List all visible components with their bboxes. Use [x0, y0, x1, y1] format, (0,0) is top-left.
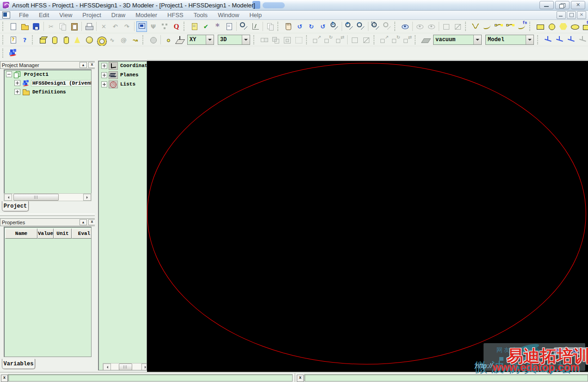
rotate-axis-icon[interactable]: [318, 21, 328, 32]
expand-expander-icon[interactable]: [101, 63, 107, 69]
validate-doc-icon[interactable]: [189, 21, 200, 32]
menu-view[interactable]: View: [54, 11, 77, 19]
dropdown-arrow-icon[interactable]: [473, 35, 481, 44]
draw-spline-icon[interactable]: [482, 21, 493, 32]
scroll-thumb[interactable]: [13, 194, 58, 201]
mdi-close-button[interactable]: [577, 11, 586, 19]
pan-hand-icon[interactable]: [283, 21, 294, 32]
results-doc-icon[interactable]: [224, 21, 234, 32]
collapse-expander-icon[interactable]: [6, 71, 12, 77]
toolbar-handle[interactable]: [2, 49, 6, 58]
scroll-track[interactable]: [12, 194, 83, 201]
tab-variables[interactable]: Variables: [2, 359, 35, 369]
project-manager-header[interactable]: Project Manager: [0, 61, 98, 69]
transform-mirror-icon[interactable]: [335, 35, 345, 45]
close-dock-icon[interactable]: [297, 375, 304, 382]
draw-plane-icon[interactable]: [174, 35, 185, 45]
draw-rectangle-icon[interactable]: [535, 21, 545, 32]
menu-help[interactable]: Help: [244, 11, 267, 19]
context-help-icon[interactable]: [19, 35, 30, 45]
section-object-icon[interactable]: [361, 35, 372, 45]
scroll-left-icon[interactable]: [4, 194, 12, 201]
toolbar-handle[interactable]: [537, 35, 540, 44]
collapse-panel-icon[interactable]: [80, 219, 87, 225]
draw-arc-3point-icon[interactable]: [505, 21, 516, 32]
menu-draw[interactable]: Draw: [106, 11, 130, 19]
menu-hfss[interactable]: HFSS: [162, 11, 189, 19]
boolean-intersect-icon[interactable]: [282, 35, 293, 45]
split-object-icon[interactable]: [349, 35, 360, 45]
cut-icon[interactable]: [46, 21, 56, 32]
project-tree-hscrollbar[interactable]: [4, 193, 92, 201]
view-option-b-icon[interactable]: [453, 21, 463, 32]
menu-window[interactable]: Window: [213, 11, 244, 19]
toolbar-handle[interactable]: [32, 35, 35, 44]
expand-expander-icon[interactable]: [101, 72, 107, 78]
menu-project[interactable]: Project: [77, 11, 106, 19]
draw-arc-center-icon[interactable]: [494, 21, 504, 32]
toolbar-handle[interactable]: [2, 35, 6, 44]
zoom-region-icon[interactable]: [370, 21, 381, 32]
solve-monitor-icon[interactable]: [136, 21, 147, 32]
panel-divider[interactable]: [0, 214, 95, 216]
draw-bondwire-icon[interactable]: [130, 35, 141, 45]
draw-torus-icon[interactable]: [95, 35, 106, 45]
q-parameter-icon[interactable]: [171, 21, 182, 32]
draw-cone-icon[interactable]: [72, 35, 83, 45]
toolbar-handle[interactable]: [184, 22, 187, 31]
expand-expander-icon[interactable]: [14, 80, 20, 86]
scroll-track[interactable]: [111, 364, 141, 370]
plane-dropdown[interactable]: XY: [187, 35, 214, 45]
toolbar-handle[interactable]: [374, 35, 377, 44]
copy-image-icon[interactable]: [265, 21, 276, 32]
scroll-thumb[interactable]: [119, 364, 132, 370]
tab-project[interactable]: Project: [2, 201, 29, 211]
toolbar-handle[interactable]: [465, 22, 468, 31]
restore-button[interactable]: [555, 1, 570, 9]
mdi-child-icon[interactable]: [2, 12, 10, 18]
duplicate-around-axis-icon[interactable]: [391, 35, 401, 45]
analyze-all-icon[interactable]: [212, 21, 223, 32]
print-icon[interactable]: [84, 21, 94, 32]
menu-edit[interactable]: Edit: [34, 11, 54, 19]
toolbar-handle[interactable]: [306, 35, 309, 44]
column-evaluated[interactable]: Eval: [72, 228, 92, 239]
open-file-icon[interactable]: [19, 21, 30, 32]
draw-polyline-icon[interactable]: [471, 21, 481, 32]
tree-item-project[interactable]: Project1: [4, 70, 91, 79]
coordinate-system-offset-icon[interactable]: [566, 35, 576, 45]
column-unit[interactable]: Unit: [54, 228, 72, 239]
toolbar-handle[interactable]: [253, 35, 257, 44]
mdi-restore-button[interactable]: [567, 11, 576, 19]
copy-icon[interactable]: [57, 21, 68, 32]
redo-icon[interactable]: [122, 21, 132, 32]
model-dropdown[interactable]: Model: [485, 35, 534, 45]
material-dropdown[interactable]: vacuum: [433, 35, 482, 45]
boolean-unite-icon[interactable]: [259, 35, 270, 45]
toolbar-handle[interactable]: [394, 22, 398, 31]
column-name[interactable]: Name: [5, 228, 37, 239]
optimetrics-search-icon[interactable]: [239, 21, 249, 32]
sweep-icon[interactable]: [420, 35, 431, 45]
draw-cylinder-icon[interactable]: [49, 35, 60, 45]
draw-ellipse-icon[interactable]: [570, 21, 580, 32]
visibility-eye-icon[interactable]: [400, 21, 410, 32]
minimize-button[interactable]: [539, 1, 554, 9]
tree-item-design[interactable]: HFSSDesign1 (DrivenMo: [4, 79, 91, 87]
delete-icon[interactable]: [98, 21, 109, 32]
view-option-a-icon[interactable]: [441, 21, 452, 32]
boolean-imprint-icon[interactable]: [294, 35, 304, 45]
network-data-icon[interactable]: [159, 21, 170, 32]
tree-item-coordinate-systems[interactable]: Coordinate: [98, 61, 147, 70]
draw-box-icon[interactable]: [37, 35, 48, 45]
insert-hfss-design-icon[interactable]: [8, 48, 18, 58]
draw-regular-polygon-icon[interactable]: [558, 21, 569, 32]
scroll-right-icon[interactable]: [141, 364, 147, 370]
dropdown-arrow-icon[interactable]: [242, 35, 250, 44]
properties-header[interactable]: Properties: [0, 218, 98, 226]
create-region-icon[interactable]: [148, 35, 159, 45]
toolbar-handle[interactable]: [142, 35, 146, 44]
menu-file[interactable]: File: [14, 11, 34, 19]
tree-item-lists[interactable]: Lists: [98, 80, 147, 89]
paste-icon[interactable]: [69, 21, 80, 32]
